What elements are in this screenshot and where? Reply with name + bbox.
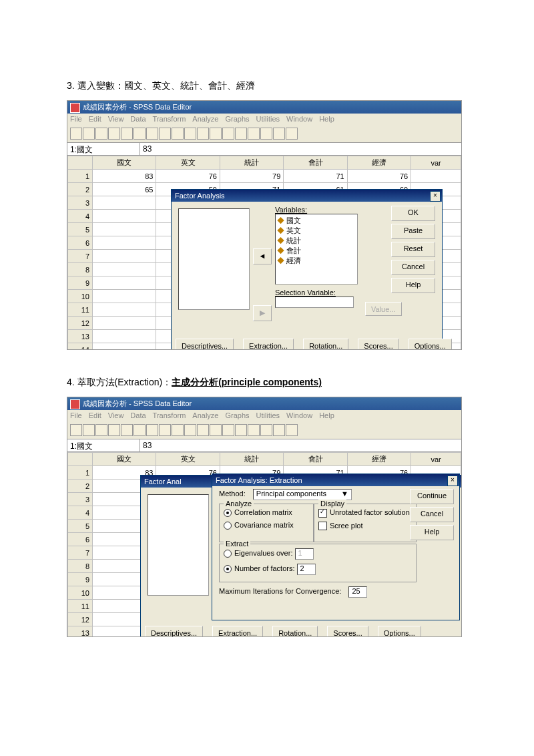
tool-btn[interactable] <box>83 128 95 140</box>
tool-btn[interactable] <box>146 424 158 436</box>
row-hdr[interactable]: 14 <box>68 343 93 351</box>
row-hdr[interactable]: 9 <box>68 573 93 586</box>
row-hdr[interactable]: 12 <box>68 613 93 626</box>
cell[interactable] <box>93 210 156 223</box>
var-item[interactable]: ◆ 經濟 <box>277 256 356 266</box>
extraction-button[interactable]: Extraction... <box>212 626 263 637</box>
menubar[interactable]: FileEditViewDataTransformAnalyzeGraphsUt… <box>67 114 461 126</box>
cell[interactable] <box>93 276 156 290</box>
cell-value[interactable]: 83 <box>140 143 461 155</box>
scores-button[interactable]: Scores... <box>358 339 398 350</box>
col-統計[interactable]: 統計 <box>220 156 283 170</box>
cell[interactable] <box>93 343 156 351</box>
row-hdr[interactable]: 3 <box>68 196 93 210</box>
menu-graphs[interactable]: Graphs <box>225 411 249 419</box>
col-統計[interactable]: 統計 <box>220 453 283 466</box>
menu-transform[interactable]: Transform <box>153 411 186 419</box>
tool-btn[interactable] <box>146 128 158 140</box>
menu-file[interactable]: File <box>70 115 82 123</box>
maxiter-input[interactable]: 25 <box>348 586 367 598</box>
correlation-radio[interactable]: Correlation matrix <box>224 508 309 517</box>
row-hdr[interactable]: 4 <box>68 210 93 223</box>
descriptives-button[interactable]: Descriptives... <box>145 626 203 637</box>
tool-btn[interactable] <box>184 128 196 140</box>
tool-btn[interactable] <box>121 424 133 436</box>
menu-file[interactable]: File <box>70 411 82 419</box>
descriptives-button[interactable]: Descriptives... <box>176 339 234 350</box>
reset-button[interactable]: Reset <box>391 242 435 257</box>
col-var[interactable]: var <box>411 156 461 170</box>
var-item[interactable]: ◆ 統計 <box>277 236 356 246</box>
tool-btn[interactable] <box>95 128 107 140</box>
row-hdr[interactable]: 7 <box>68 250 93 263</box>
row-hdr[interactable]: 7 <box>68 546 93 560</box>
cell[interactable]: 65 <box>93 183 156 196</box>
menu-window[interactable]: Window <box>286 115 312 123</box>
menu-view[interactable]: View <box>108 411 124 419</box>
nfactors-input[interactable]: 2 <box>297 564 316 575</box>
options-button[interactable]: Options... <box>378 626 421 637</box>
tool-btn[interactable] <box>210 424 222 436</box>
row-hdr[interactable]: 13 <box>68 330 93 343</box>
menu-window[interactable]: Window <box>286 411 312 419</box>
menu-help[interactable]: Help <box>319 411 334 419</box>
col-國文[interactable]: 國文 <box>93 156 156 170</box>
cell[interactable] <box>93 250 156 263</box>
menu-data[interactable]: Data <box>130 411 146 419</box>
col-經濟[interactable]: 經濟 <box>347 453 411 466</box>
source-listbox[interactable] <box>178 208 250 310</box>
tool-btn[interactable] <box>121 128 133 140</box>
var-item[interactable]: ◆ 會計 <box>277 246 356 256</box>
tool-btn[interactable] <box>273 128 285 140</box>
row-hdr[interactable]: 8 <box>68 263 93 276</box>
cell[interactable] <box>93 303 156 317</box>
cell[interactable] <box>93 330 156 343</box>
row-hdr[interactable]: 10 <box>68 586 93 600</box>
tool-btn[interactable] <box>134 424 146 436</box>
row-hdr[interactable]: 1 <box>68 170 93 183</box>
tool-btn[interactable] <box>248 128 260 140</box>
tool-btn[interactable] <box>197 128 209 140</box>
unrotated-checkbox[interactable]: Unrotated factor solution <box>318 508 412 518</box>
tool-btn[interactable] <box>222 424 234 436</box>
menu-transform[interactable]: Transform <box>153 115 186 123</box>
menu-data[interactable]: Data <box>130 115 146 123</box>
method-select[interactable]: Principal components▼ <box>253 489 352 500</box>
cell[interactable]: 71 <box>284 170 347 183</box>
cell[interactable] <box>93 263 156 276</box>
cancel-button[interactable]: Cancel <box>391 260 435 275</box>
tool-btn[interactable] <box>235 424 247 436</box>
tool-btn[interactable] <box>286 424 298 436</box>
menu-view[interactable]: View <box>108 115 124 123</box>
extraction-button[interactable]: Extraction... <box>243 339 294 350</box>
toolbar[interactable] <box>67 423 461 439</box>
number-factors-radio[interactable]: Number of factors: 2 <box>224 564 412 575</box>
paste-button[interactable]: Paste <box>391 224 435 239</box>
row-hdr[interactable]: 1 <box>68 466 93 480</box>
covariance-radio[interactable]: Covariance matrix <box>224 521 309 530</box>
row-hdr[interactable]: 12 <box>68 317 93 330</box>
menu-utilities[interactable]: Utilities <box>256 411 280 419</box>
tool-btn[interactable] <box>172 128 184 140</box>
menu-analyze[interactable]: Analyze <box>192 115 218 123</box>
close-icon[interactable]: × <box>447 476 458 486</box>
cell[interactable] <box>93 236 156 250</box>
move-right-button[interactable]: ▶ <box>253 305 272 321</box>
move-left-button[interactable]: ◄ <box>253 248 272 264</box>
tool-btn[interactable] <box>172 424 184 436</box>
cell[interactable] <box>93 317 156 330</box>
row-hdr[interactable]: 10 <box>68 290 93 303</box>
tool-btn[interactable] <box>273 424 285 436</box>
menu-graphs[interactable]: Graphs <box>225 115 249 123</box>
col-國文[interactable]: 國文 <box>93 453 156 466</box>
cancel-button[interactable]: Cancel <box>410 507 454 522</box>
eigenvalues-radio[interactable]: Eigenvalues over: 1 <box>224 548 412 560</box>
source-listbox[interactable] <box>148 494 209 596</box>
row-hdr[interactable]: 2 <box>68 480 93 493</box>
toolbar[interactable] <box>67 126 461 143</box>
col-英文[interactable]: 英文 <box>156 156 220 170</box>
menu-edit[interactable]: Edit <box>89 115 101 123</box>
scree-checkbox[interactable]: Scree plot <box>318 522 412 531</box>
col-會計[interactable]: 會計 <box>284 156 347 170</box>
cell[interactable] <box>93 196 156 210</box>
